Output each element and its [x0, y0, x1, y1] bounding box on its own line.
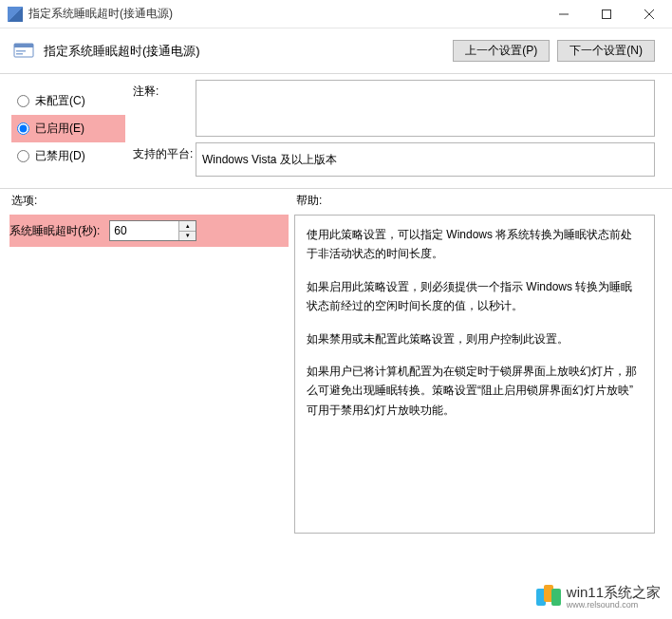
- window-title: 指定系统睡眠超时(接通电源): [28, 6, 542, 22]
- radio-enabled-input[interactable]: [17, 122, 29, 135]
- sleep-timeout-spinner[interactable]: ▲ ▼: [109, 220, 196, 241]
- minimize-button[interactable]: [542, 1, 585, 28]
- watermark: win11系统之家 www.relsound.com: [531, 580, 666, 613]
- spinner-buttons: ▲ ▼: [178, 221, 196, 240]
- help-paragraph: 如果禁用或未配置此策略设置，则用户控制此设置。: [307, 329, 643, 348]
- svg-rect-6: [16, 50, 26, 52]
- radio-not-configured-label: 未配置(C): [35, 93, 85, 109]
- spinner-down-button[interactable]: ▼: [179, 232, 196, 241]
- spinner-up-button[interactable]: ▲: [179, 221, 196, 232]
- window-controls: [542, 1, 670, 28]
- svg-rect-7: [16, 53, 23, 55]
- help-paragraph: 如果用户已将计算机配置为在锁定时于锁屏界面上放映幻灯片，那么可避免出现睡眠转换。…: [307, 362, 643, 420]
- sleep-timeout-row: 系统睡眠超时(秒): ▲ ▼: [9, 215, 289, 247]
- close-button[interactable]: [627, 1, 670, 28]
- options-section-label: 选项:: [11, 193, 296, 209]
- maximize-button[interactable]: [585, 1, 627, 28]
- radio-disabled[interactable]: 已禁用(D): [11, 142, 125, 170]
- comment-label: 注释:: [133, 80, 196, 137]
- radio-enabled[interactable]: 已启用(E): [11, 115, 125, 142]
- help-paragraph: 使用此策略设置，可以指定 Windows 将系统转换为睡眠状态前处于非活动状态的…: [307, 225, 643, 264]
- radio-disabled-input[interactable]: [17, 150, 29, 162]
- app-icon: [8, 7, 23, 22]
- config-area: 未配置(C) 已启用(E) 已禁用(D) 注释: 支持的平台: Windows …: [0, 74, 672, 184]
- help-text: 使用此策略设置，可以指定 Windows 将系统转换为睡眠状态前处于非活动状态的…: [294, 215, 655, 534]
- header: 指定系统睡眠超时(接通电源) 上一个设置(P) 下一个设置(N): [0, 28, 672, 69]
- comment-row: 注释:: [133, 80, 655, 137]
- state-radios: 未配置(C) 已启用(E) 已禁用(D): [11, 80, 125, 182]
- platform-label: 支持的平台:: [133, 142, 196, 177]
- page-title: 指定系统睡眠超时(接通电源): [44, 43, 443, 60]
- next-setting-button[interactable]: 下一个设置(N): [557, 40, 655, 62]
- field-column: 注释: 支持的平台: Windows Vista 及以上版本: [133, 80, 655, 182]
- section-labels: 选项: 帮助:: [0, 189, 672, 215]
- sleep-timeout-input[interactable]: [110, 221, 178, 240]
- sleep-timeout-label: 系统睡眠超时(秒):: [9, 223, 105, 239]
- radio-not-configured-input[interactable]: [17, 95, 29, 107]
- titlebar: 指定系统睡眠超时(接通电源): [0, 0, 672, 28]
- options-column: 系统睡眠超时(秒): ▲ ▼: [9, 215, 289, 534]
- svg-rect-1: [602, 9, 610, 18]
- prev-setting-button[interactable]: 上一个设置(P): [453, 40, 550, 62]
- radio-disabled-label: 已禁用(D): [35, 148, 85, 164]
- help-paragraph: 如果启用此策略设置，则必须提供一个指示 Windows 转换为睡眠状态前经过的空…: [307, 277, 643, 316]
- radio-not-configured[interactable]: 未配置(C): [11, 87, 125, 115]
- watermark-text: win11系统之家 www.relsound.com: [567, 584, 661, 610]
- platform-field: Windows Vista 及以上版本: [196, 142, 655, 177]
- nav-buttons: 上一个设置(P) 下一个设置(N): [453, 40, 655, 62]
- help-section-label: 帮助:: [296, 193, 655, 209]
- svg-rect-5: [14, 44, 33, 47]
- lower-area: 系统睡眠超时(秒): ▲ ▼ 使用此策略设置，可以指定 Windows 将系统转…: [0, 215, 672, 537]
- platform-row: 支持的平台: Windows Vista 及以上版本: [133, 142, 655, 177]
- watermark-icon: [536, 585, 561, 610]
- radio-enabled-label: 已启用(E): [35, 121, 84, 137]
- policy-icon: [13, 41, 34, 62]
- comment-field[interactable]: [196, 80, 655, 137]
